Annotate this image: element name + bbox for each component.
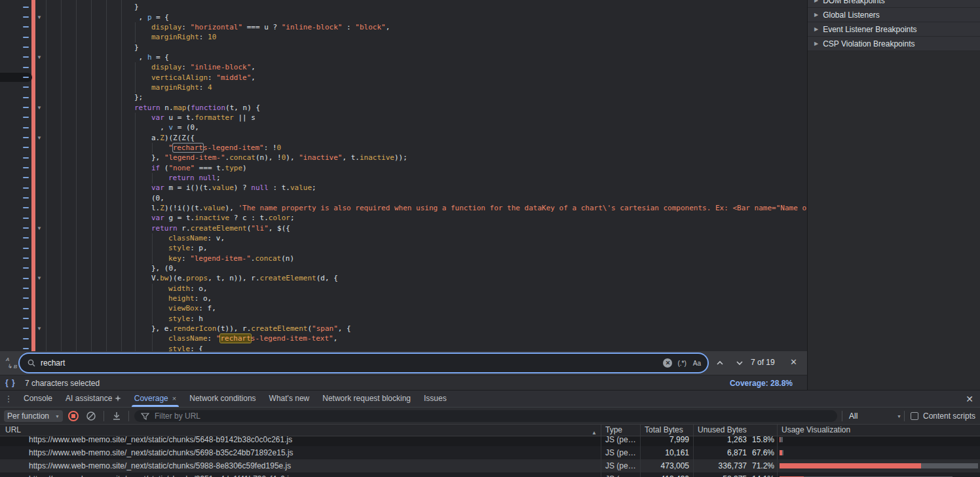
tab-ai-assistance[interactable]: AI assistance bbox=[59, 391, 128, 407]
find-input[interactable]: rechart ✕ (.*) Aa bbox=[20, 354, 707, 372]
column-header-type[interactable]: Type bbox=[601, 425, 641, 436]
code-line[interactable]: V.bw)(e.props, t, n)), r.createElement(d… bbox=[0, 273, 807, 284]
table-row[interactable]: https://www.web-memo.site/_next/static/c… bbox=[0, 436, 980, 446]
match-case-toggle[interactable]: Aa bbox=[693, 360, 701, 367]
code-line[interactable]: if ("none" === t.type) bbox=[0, 163, 807, 174]
code-line[interactable]: }, "legend-item-".concat(n), !0), "inact… bbox=[0, 153, 807, 163]
table-row[interactable]: https://www.web-memo.site/_next/static/c… bbox=[0, 459, 980, 472]
code-line[interactable]: } bbox=[0, 2, 807, 12]
tab-network-request-blocking[interactable]: Network request blocking bbox=[316, 391, 417, 407]
url-filter-input[interactable] bbox=[155, 411, 744, 421]
code-line[interactable]: a.Z)(Z(Z({ bbox=[0, 133, 807, 143]
sidebar-item-dom-breakpoints[interactable]: ▶DOM Breakpoints bbox=[808, 0, 980, 8]
code-line[interactable]: verticalAlign: "middle", bbox=[0, 73, 807, 83]
sidebar-item-global-listeners[interactable]: ▶Global Listeners bbox=[808, 8, 980, 22]
code-line[interactable]: className: "recharts-legend-item-text", bbox=[0, 334, 807, 344]
clear-coverage-icon[interactable] bbox=[86, 411, 96, 421]
code-line[interactable]: style: p, bbox=[0, 243, 807, 254]
code-line[interactable]: return r.createElement("li", $({ bbox=[0, 223, 807, 234]
tab-label: AI assistance bbox=[66, 394, 112, 403]
sidebar-item-label: Global Listeners bbox=[823, 10, 880, 20]
tab-label: Console bbox=[24, 394, 52, 403]
tab-coverage[interactable]: Coverage× bbox=[128, 391, 183, 407]
code-line[interactable]: (0, bbox=[0, 193, 807, 204]
cell-type: JS (pe… bbox=[601, 472, 641, 477]
code-token: : t. bbox=[269, 183, 290, 192]
stop-recording-button[interactable] bbox=[68, 411, 79, 421]
code-line[interactable]: key: "legend-item-".concat(n) bbox=[0, 254, 807, 264]
code-token: , bbox=[251, 73, 255, 82]
table-row[interactable]: https://www.web-memo.site/_next/static/c… bbox=[0, 472, 980, 477]
more-tabs-icon[interactable]: ⋮ bbox=[0, 394, 17, 404]
source-editor[interactable]: }▼ , p = {display: "horizontal" === u ? … bbox=[0, 0, 807, 351]
code-line[interactable]: style: { bbox=[0, 344, 807, 351]
code-line[interactable]: viewBox: f, bbox=[0, 303, 807, 314]
tab-network-conditions[interactable]: Network conditions bbox=[183, 391, 262, 407]
sidebar-item-csp-violation-breakpoints[interactable]: ▶CSP Violation Breakpoints bbox=[808, 37, 980, 51]
code-token: key bbox=[168, 254, 181, 263]
code-line[interactable]: var m = i()(t.value) ? null : t.value; bbox=[0, 183, 807, 193]
toolbar-divider bbox=[842, 411, 842, 421]
code-line[interactable]: , v = (0, bbox=[0, 123, 807, 133]
export-coverage-icon[interactable] bbox=[111, 411, 122, 421]
code-line[interactable]: "recharts-legend-item": !0 bbox=[0, 143, 807, 153]
code-line[interactable]: l.Z)(!i()(t.value), 'The name property i… bbox=[0, 203, 807, 214]
code-token: )(Z(Z({ bbox=[164, 134, 195, 142]
url-filter-field[interactable] bbox=[134, 410, 837, 422]
code-token: : ! bbox=[264, 143, 277, 152]
column-header-unused-bytes[interactable]: Unused Bytes bbox=[694, 425, 778, 436]
close-find-bar-icon[interactable]: ✕ bbox=[790, 357, 797, 367]
previous-match-icon[interactable] bbox=[715, 358, 725, 368]
cell-type: JS (pe… bbox=[601, 459, 641, 472]
code-line[interactable]: var g = t.inactive ? c : t.color; bbox=[0, 213, 807, 223]
code-line[interactable]: , p = { bbox=[0, 12, 807, 23]
tab-console[interactable]: Console bbox=[17, 391, 59, 407]
code-line[interactable]: }; bbox=[0, 92, 807, 103]
code-line[interactable]: height: o, bbox=[0, 294, 807, 304]
code-token: }; bbox=[134, 93, 143, 102]
column-header-usage-visualization[interactable]: Usage Visualization bbox=[778, 425, 980, 436]
code-line[interactable]: display: "inline-block", bbox=[0, 62, 807, 73]
column-header-url[interactable]: URL ▲ bbox=[0, 425, 601, 436]
selection-status: 7 characters selected bbox=[25, 379, 100, 388]
chevron-down-icon: ▼ bbox=[55, 414, 60, 419]
unused-bar-segment bbox=[780, 463, 921, 468]
code-line[interactable]: style: h bbox=[0, 314, 807, 324]
pretty-print-icon[interactable]: { } bbox=[5, 378, 16, 387]
content-scripts-checkbox[interactable] bbox=[911, 412, 918, 420]
tab-issues[interactable]: Issues bbox=[417, 391, 453, 407]
type-filter-select[interactable]: All ▼ bbox=[849, 410, 901, 422]
regex-toggle[interactable]: (.*) bbox=[677, 360, 686, 367]
find-query-text[interactable]: rechart bbox=[41, 358, 663, 368]
coverage-mode-select[interactable]: Per function ▼ bbox=[4, 410, 63, 422]
close-tab-icon[interactable]: × bbox=[172, 394, 176, 402]
column-header-total-bytes[interactable]: Total Bytes bbox=[641, 425, 694, 436]
code-line[interactable]: return null; bbox=[0, 173, 807, 183]
code-line[interactable]: width: o, bbox=[0, 284, 807, 294]
code-line[interactable]: marginRight: 10 bbox=[0, 32, 807, 43]
close-drawer-icon[interactable]: ✕ bbox=[966, 394, 973, 404]
code-line[interactable]: , h = { bbox=[0, 52, 807, 63]
code-token: , bbox=[134, 53, 147, 62]
code-line[interactable]: }, (0, bbox=[0, 263, 807, 274]
code-line[interactable]: marginRight: 4 bbox=[0, 83, 807, 93]
match-count: 7 of 19 bbox=[751, 358, 775, 367]
table-row[interactable]: https://www.web-memo.site/_next/static/c… bbox=[0, 446, 980, 459]
code-token: = { bbox=[152, 13, 170, 22]
code-token: "horizontal" bbox=[191, 23, 242, 31]
code-token: inactive bbox=[360, 153, 394, 162]
code-line[interactable]: var u = t.formatter || s bbox=[0, 113, 807, 123]
code-line[interactable]: }, e.renderIcon(t)), r.createElement("sp… bbox=[0, 324, 807, 334]
usage-bar bbox=[780, 437, 783, 442]
code-line[interactable]: } bbox=[0, 43, 807, 53]
replace-toggle-icon[interactable]: A ↳ B bbox=[5, 356, 18, 370]
code-line[interactable]: display: "horizontal" === u ? "inline-bl… bbox=[0, 22, 807, 33]
coverage-percent-link[interactable]: Coverage: 28.8% bbox=[730, 379, 793, 388]
code-line[interactable]: return n.map(function(t, n) { bbox=[0, 103, 807, 113]
code-token: : bbox=[208, 334, 216, 343]
next-match-icon[interactable] bbox=[735, 358, 744, 368]
code-line[interactable]: className: v, bbox=[0, 233, 807, 244]
sidebar-item-event-listener-breakpoints[interactable]: ▶Event Listener Breakpoints bbox=[808, 22, 980, 37]
tab-what-s-new[interactable]: What's new bbox=[263, 391, 316, 407]
clear-search-icon[interactable]: ✕ bbox=[663, 358, 672, 368]
